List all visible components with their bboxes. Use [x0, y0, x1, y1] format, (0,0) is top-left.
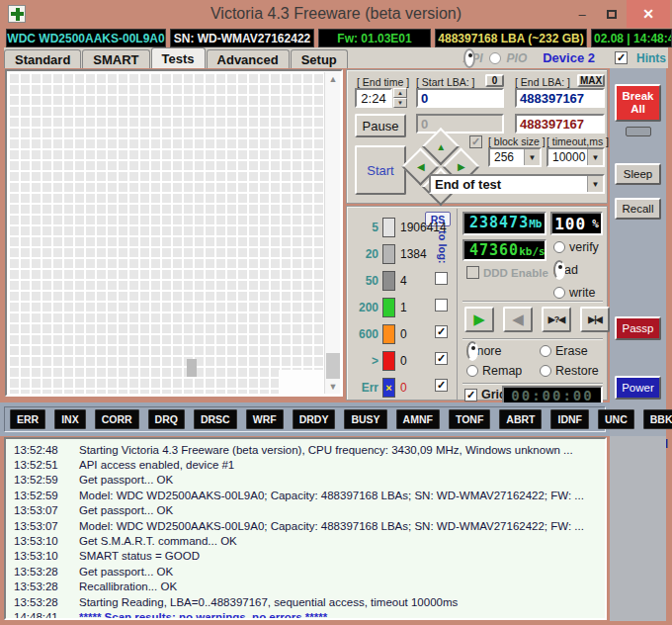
results-panel: RS to log: 5 1906414 20 1384 50 4 200 1 … — [346, 206, 608, 401]
erase-radio[interactable] — [540, 345, 551, 357]
log-time: 13:53:28 — [6, 580, 79, 592]
log-row: 13:53:28Get passport... OK — [6, 564, 605, 579]
log-text: SMART status = GOOD — [79, 550, 200, 562]
percent-unit: % — [592, 218, 599, 230]
error-block: × — [382, 378, 395, 398]
chevron-down-icon[interactable]: ▼ — [587, 176, 603, 192]
power-button[interactable]: Power — [615, 376, 661, 400]
mode-verify-option[interactable]: verify — [553, 240, 599, 254]
device-serial: SN: WD-WMAV27162422 — [170, 29, 314, 47]
position-unit: Mb — [529, 218, 542, 230]
to-log-checkbox-err[interactable] — [435, 379, 448, 392]
timeout-select[interactable]: 10000 ▼ — [546, 147, 605, 167]
to-log-checkbox-600[interactable] — [435, 325, 448, 338]
step-back-button[interactable]: ◀ — [503, 307, 533, 332]
timeout-value: 10000 — [552, 150, 585, 164]
start-lba-zero-button[interactable]: 0 — [485, 74, 504, 87]
scroll-down-icon[interactable]: ▼ — [325, 380, 341, 394]
maximize-icon — [607, 10, 617, 19]
speed-row-600: 600 0 — [355, 323, 407, 345]
log-text: Model: WDC WD2500AAKS-00L9A0; Capacity: … — [79, 490, 584, 501]
end-lba-input[interactable]: 488397167 — [515, 88, 605, 108]
grid-checkbox[interactable] — [464, 389, 477, 402]
pio-radio[interactable] — [489, 52, 501, 64]
to-log-checkbox-50[interactable] — [435, 272, 448, 285]
log-time: 13:53:07 — [6, 520, 79, 532]
event-log[interactable]: 13:52:48Starting Victoria 4.3 Freeware (… — [4, 437, 607, 620]
ddd-enable-label: DDD Enable — [483, 267, 548, 279]
speed-label: > — [355, 354, 378, 368]
scan-grid[interactable] — [8, 72, 324, 394]
log-text: Model: WDC WD2500AAKS-00L9A0; Capacity: … — [79, 520, 584, 532]
log-time: 13:52:59 — [6, 490, 79, 501]
led-drdy: DRDY — [293, 409, 336, 429]
end-lba-max-button[interactable]: MAX — [577, 74, 605, 87]
mode-write-option[interactable]: write — [553, 286, 595, 300]
end-time-input[interactable]: 2:24 — [355, 88, 392, 108]
pad-checkbox[interactable] — [469, 135, 482, 148]
defect-restore-option[interactable]: Restore — [540, 364, 599, 378]
verify-radio[interactable] — [553, 241, 565, 253]
start-button[interactable]: Start — [355, 145, 406, 195]
start-lba-input[interactable]: 0 — [416, 88, 504, 108]
tab-setup[interactable]: Setup — [291, 49, 348, 68]
end-time-spinner[interactable]: ▲▼ — [393, 88, 407, 108]
speed-count: 1906414 — [400, 221, 447, 234]
log-text: Get passport... OK — [79, 566, 173, 578]
break-all-button[interactable]: Break All — [615, 84, 661, 122]
write-radio[interactable] — [553, 287, 565, 299]
led-inx: INX — [54, 409, 86, 429]
api-radio[interactable] — [463, 48, 475, 68]
tab-tests[interactable]: Tests — [151, 47, 206, 68]
tab-standard[interactable]: Standard — [4, 49, 81, 68]
speed-row-5: 5 1906414 — [355, 217, 447, 238]
spin-down-icon[interactable]: ▼ — [393, 98, 407, 108]
ignore-radio[interactable] — [466, 341, 478, 361]
position-lcd: 238473 Mb — [462, 212, 546, 235]
seek-question-button[interactable]: ▶?◀ — [542, 307, 571, 332]
scrollbar-thumb[interactable] — [326, 353, 340, 379]
defect-erase-option[interactable]: Erase — [540, 344, 588, 358]
to-log-checkbox-200[interactable] — [435, 299, 448, 312]
back-icon: ◀ — [512, 311, 524, 328]
sleep-button[interactable]: Sleep — [615, 163, 661, 185]
ddd-enable-checkbox[interactable] — [466, 266, 479, 279]
log-text: ***** Scan results: no warnings, no erro… — [79, 611, 327, 620]
speed-count: 4 — [400, 274, 407, 288]
close-button[interactable]: ✕ — [627, 0, 670, 28]
speed-histogram-panel: RS to log: 5 1906414 20 1384 50 4 200 1 … — [349, 209, 458, 400]
scroll-up-icon[interactable]: ▲ — [325, 72, 341, 86]
passp-button[interactable]: Passp — [615, 316, 661, 340]
log-row: 13:53:07Get passport... OK — [6, 503, 605, 518]
speed-label: 600 — [355, 327, 378, 341]
scan-surface-panel: ▲ ▼ — [5, 69, 343, 397]
minimize-button[interactable]: – — [567, 2, 597, 26]
recall-button[interactable]: Recall — [615, 198, 661, 220]
mode-read-option[interactable]: read — [553, 263, 578, 277]
restore-radio[interactable] — [540, 365, 551, 377]
tab-smart[interactable]: SMART — [82, 49, 149, 68]
defect-remap-option[interactable]: Remap — [466, 364, 522, 378]
block-size-select[interactable]: 256 ▼ — [488, 147, 542, 167]
tab-advanced[interactable]: Advanced — [207, 49, 290, 68]
seek-end-button[interactable]: ▶|◀ — [580, 307, 610, 332]
hints-checkbox[interactable] — [615, 51, 628, 64]
end-action-select[interactable]: End of test ▼ — [429, 174, 605, 194]
remap-radio[interactable] — [466, 365, 478, 377]
log-row: 13:53:28Starting Reading, LBA=0..4883971… — [6, 594, 605, 609]
play-button[interactable]: ▶ — [464, 307, 494, 332]
grid-option[interactable]: Grid — [464, 388, 507, 402]
led-drsc: DRSC — [194, 409, 237, 429]
block-size-label: [ block size ] — [488, 135, 546, 147]
pause-button[interactable]: Pause — [355, 114, 406, 137]
to-log-checkbox-over[interactable] — [435, 352, 448, 365]
read-radio[interactable] — [553, 260, 565, 280]
chevron-down-icon[interactable]: ▼ — [587, 149, 603, 165]
speed-block-600 — [382, 324, 395, 344]
maximize-button[interactable] — [597, 2, 627, 26]
chevron-down-icon[interactable]: ▼ — [524, 149, 540, 165]
ddd-enable-option[interactable]: DDD Enable — [466, 266, 548, 279]
spin-up-icon[interactable]: ▲ — [393, 88, 407, 98]
defect-ignore-option[interactable]: Ignore — [466, 344, 501, 358]
graph-scrollbar[interactable]: ▲ ▼ — [324, 72, 340, 394]
